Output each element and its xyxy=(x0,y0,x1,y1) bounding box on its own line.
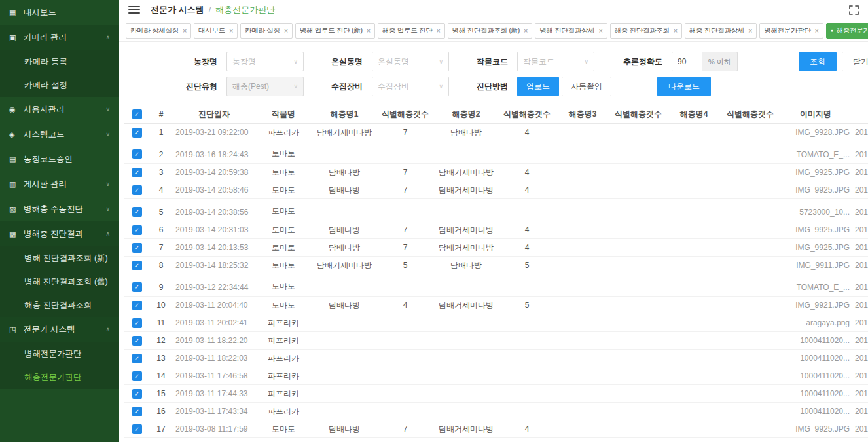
close-icon[interactable]: × xyxy=(815,27,819,35)
close-icon[interactable]: × xyxy=(524,27,528,35)
cell: 2019-03-14 20:59:38 xyxy=(173,164,255,181)
row-checkbox[interactable]: ✓ xyxy=(132,128,142,138)
sidebar-subitem[interactable]: 해충전문가판단 xyxy=(0,365,119,389)
close-icon[interactable]: × xyxy=(229,27,233,35)
row-checkbox[interactable]: ✓ xyxy=(132,389,142,399)
sidebar-subitem[interactable]: 해충 진단결과조회 xyxy=(0,293,119,317)
cell xyxy=(721,181,779,199)
close-icon[interactable]: × xyxy=(748,27,752,35)
cell: 토마토 xyxy=(255,181,312,199)
row-checkbox[interactable]: ✓ xyxy=(132,243,142,253)
sidebar-item[interactable]: ▧병해충 수동진단∨ xyxy=(0,196,119,221)
cell: 8 xyxy=(149,257,173,274)
method-upload-button[interactable]: 업로드 xyxy=(517,77,559,96)
row-checkbox[interactable]: ✓ xyxy=(132,318,142,328)
tab[interactable]: 카메라 상세설정× xyxy=(126,23,191,39)
cell xyxy=(312,350,377,367)
sidebar-item[interactable]: ◉사용자관리∨ xyxy=(0,97,119,122)
cell xyxy=(555,332,610,350)
sidebar-item[interactable]: ▥게시판 관리∨ xyxy=(0,172,119,196)
equipment-filter: 수집장비 수집장비 ∨ xyxy=(323,77,449,96)
sidebar-item[interactable]: ▦대시보드 xyxy=(0,0,119,25)
tab[interactable]: ●해충전문가판단× xyxy=(826,23,868,39)
cell: 토마토 xyxy=(255,297,312,314)
cell xyxy=(721,239,779,257)
row-checkbox[interactable]: ✓ xyxy=(132,261,142,270)
close-icon[interactable]: × xyxy=(183,27,187,35)
cell: 파프리카 xyxy=(255,385,312,403)
cell: 2019-03-11 20:04:40 xyxy=(173,297,255,314)
tab[interactable]: 카메라 설정× xyxy=(240,23,293,39)
sidebar-subitem[interactable]: 카메라 등록 xyxy=(0,50,119,73)
sidebar-subitem[interactable]: 병해전문가판단 xyxy=(0,342,119,365)
sidebar-item[interactable]: ▩병해충 진단결과∧ xyxy=(0,221,119,246)
sidebar-item[interactable]: ▣카메라 관리∧ xyxy=(0,25,119,50)
row-checkbox[interactable]: ✓ xyxy=(132,282,142,292)
row-checkbox[interactable]: ✓ xyxy=(132,301,142,310)
tab[interactable]: 해충 진단결과조회× xyxy=(610,23,682,39)
close-icon[interactable]: × xyxy=(367,27,371,35)
tab[interactable]: 병해 업로드 진단 (新)× xyxy=(295,23,375,39)
fullscreen-icon[interactable] xyxy=(849,5,859,15)
menu-toggle-icon[interactable] xyxy=(128,6,140,14)
tab[interactable]: 병해전문가판단× xyxy=(759,23,823,39)
row-checkbox[interactable]: ✓ xyxy=(132,149,142,159)
cell: 2019-03-14 18:25:32 xyxy=(173,257,255,274)
row-checkbox[interactable]: ✓ xyxy=(132,371,142,381)
search-button[interactable]: 조회 xyxy=(799,52,837,71)
tab-label: 대시보드 xyxy=(198,26,225,35)
close-icon[interactable]: × xyxy=(674,27,678,35)
cell xyxy=(499,350,555,367)
cell: 파프리카 xyxy=(255,314,312,332)
breadcrumb: 전문가 시스템/해충전문가판단 xyxy=(151,4,275,16)
tab[interactable]: 해충 업로드 진단× xyxy=(378,23,445,39)
sidebar-subitem[interactable]: 병해 진단결과조회 (新) xyxy=(0,246,119,270)
sidebar-subitem[interactable]: 병해 진단결과조회 (舊) xyxy=(0,270,119,293)
diagnosis-type-select[interactable]: 해충(Pest) ∨ xyxy=(226,77,304,96)
close-button[interactable]: 닫기 xyxy=(842,52,868,71)
tab[interactable]: 병해 진단결과상세× xyxy=(535,23,607,39)
cell: 2019-03-11 17:44:33 xyxy=(173,385,255,403)
cell: 201 xyxy=(852,314,868,332)
crop-code-placeholder: 작물코드 xyxy=(523,56,554,67)
accuracy-input[interactable] xyxy=(672,52,702,71)
cell xyxy=(312,403,377,420)
tab[interactable]: 대시보드× xyxy=(194,23,238,39)
close-icon[interactable]: × xyxy=(598,27,602,35)
row-checkbox[interactable]: ✓ xyxy=(132,407,142,416)
row-checkbox[interactable]: ✓ xyxy=(132,225,142,235)
tab[interactable]: 병해 진단결과조회 (新)× xyxy=(448,23,533,39)
close-icon[interactable]: × xyxy=(284,27,288,35)
row-checkbox[interactable]: ✓ xyxy=(132,185,142,195)
equipment-select[interactable]: 수집장비 ∨ xyxy=(372,77,449,96)
column-header: 해충명1 xyxy=(312,105,377,124)
tab-label: 해충전문가판단 xyxy=(837,26,868,35)
select-all-checkbox[interactable]: ✓ xyxy=(132,109,142,119)
farm-name-filter: 농장명 농장명 ∨ xyxy=(178,52,304,71)
greenhouse-placeholder: 온실동명 xyxy=(378,56,409,67)
cell xyxy=(555,367,610,385)
close-icon[interactable]: × xyxy=(436,27,440,35)
method-autocapture-button[interactable]: 자동촬영 xyxy=(562,77,611,96)
tab[interactable]: 해충 진단결과상세× xyxy=(685,23,757,39)
sidebar-item[interactable]: ◈시스템코드∨ xyxy=(0,122,119,147)
sidebar-item[interactable]: ▤농장코드승인 xyxy=(0,147,119,172)
row-checkbox[interactable]: ✓ xyxy=(132,336,142,346)
row-checkbox[interactable]: ✓ xyxy=(132,207,142,217)
sidebar-item[interactable]: ◳전문가 시스템∧ xyxy=(0,317,119,342)
crop-code-select[interactable]: 작물코드 ∨ xyxy=(517,52,594,71)
table-row: ✓12019-03-21 09:22:00파프리카담배거세미나방7담배나방4IM… xyxy=(124,124,868,141)
cell xyxy=(721,420,779,438)
sidebar-subitem[interactable]: 카메라 설정 xyxy=(0,73,119,97)
row-checkbox[interactable]: ✓ xyxy=(132,168,142,177)
farm-name-select[interactable]: 농장명 ∨ xyxy=(226,52,304,71)
sidebar-item-label: 전문가 시스템 xyxy=(24,324,101,335)
farm-code-icon: ▤ xyxy=(9,155,24,164)
download-button[interactable]: 다운로드 xyxy=(657,77,711,96)
greenhouse-select[interactable]: 온실동명 ∨ xyxy=(372,52,449,71)
row-checkbox[interactable]: ✓ xyxy=(132,354,142,363)
tab-label: 병해 진단결과상세 xyxy=(539,26,594,35)
row-checkbox[interactable]: ✓ xyxy=(132,424,142,434)
cell xyxy=(377,332,433,350)
cell xyxy=(433,350,499,367)
